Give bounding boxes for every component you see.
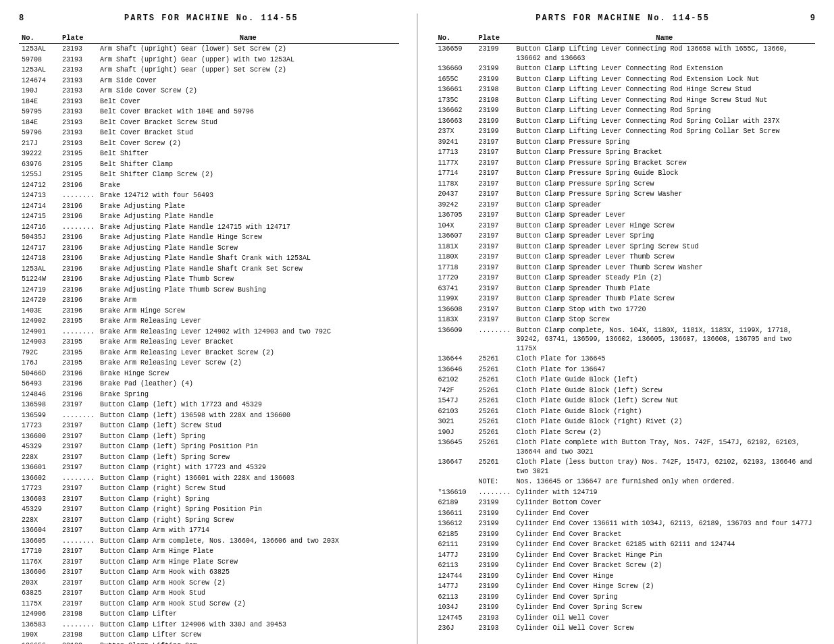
table-row: 124713........Brake 124712 with four 564… [19, 190, 399, 201]
table-row: 13670523197Button Clamp Spreader Lever [436, 210, 816, 221]
cell-name: Brake Arm [97, 295, 398, 306]
cell-name: Belt Shifter [97, 149, 398, 159]
cell-no: 20437 [436, 189, 476, 200]
table-row: 1178X23197Button Clamp Pressure Spring S… [436, 179, 816, 190]
cell-no: 136606 [19, 567, 59, 578]
cell-name: Button Clamp Lifting Lever Connecting Ro… [514, 95, 815, 106]
table-row: 124716........Brake Adjusting Plate Hand… [19, 222, 399, 233]
table-row: 12474523193Cylinder Oil Well Cover [436, 613, 816, 624]
table-row: 13660723197Button Clamp Spreader Lever S… [436, 231, 816, 242]
cell-plate: 23199 [476, 518, 514, 529]
cell-name: Button Clamp Pressure Spring [514, 137, 815, 148]
cell-name: Button Clamp Spreader Lever Thumb Screw … [514, 263, 815, 273]
cell-no: 124714 [19, 201, 59, 212]
table-row: 237X23199Button Clamp Lifting Lever Conn… [436, 126, 816, 137]
cell-name: Button Clamp (left) with 17723 and 45329 [97, 400, 398, 410]
table-row: 1175X23197Button Clamp Arm Hook Stud Scr… [19, 599, 399, 610]
cell-no: 792C [19, 348, 59, 358]
table-row: 12472023196Brake Arm [19, 295, 399, 306]
cell-name: Brake Adjusting Plate Handle 124715 with… [97, 222, 398, 233]
cell-name: Button Clamp (right) 136601 with 228X an… [97, 473, 398, 484]
table-row: 1477J23199Cylinder End Cover Hinge Screw… [436, 581, 816, 592]
cell-plate: 23196 [59, 201, 97, 212]
cell-name: Brake Arm Releasing Lever 124902 with 12… [97, 327, 398, 338]
cell-no: 237X [436, 126, 476, 137]
right-parts-table: No. Plate Name 13665923199Button Clamp L… [436, 32, 816, 634]
cell-plate: 23195 [59, 159, 97, 170]
cell-name: Cloth Plate Guide Block (right) [514, 406, 815, 417]
cell-plate: 23193 [59, 138, 97, 149]
cell-name: Brake [97, 180, 398, 191]
cell-plate: 25261 [476, 427, 514, 438]
cell-no: 124717 [19, 243, 59, 254]
cell-plate: 23193 [59, 65, 97, 76]
cell-name: Button Clamp Arm Hook Screw (2) [97, 578, 398, 589]
cell-no: 1253AL [19, 65, 59, 76]
table-row: 190J25261Cloth Plate Screw (2) [436, 427, 816, 438]
cell-no: 124720 [19, 295, 59, 306]
cell-no: 1175X [19, 599, 59, 610]
cell-name: Brake Arm Releasing Lever Bracket Screw … [97, 348, 398, 358]
table-row: 742F25261Cloth Plate Guide Block (left) … [436, 385, 816, 396]
cell-plate: 23199 [476, 560, 514, 571]
cell-no: 136644 [436, 354, 476, 365]
cell-no: 742F [436, 385, 476, 396]
cell-name: Arm Side Cover Screw (2) [97, 86, 398, 97]
cell-no: 17723 [19, 421, 59, 431]
cell-no: 1255J [19, 169, 59, 180]
table-row: 13666123198Button Clamp Lifting Lever Co… [436, 84, 816, 95]
table-row: 13666023199Button Clamp Lifting Lever Co… [436, 63, 816, 74]
table-row: 3924123197Button Clamp Pressure Spring [436, 137, 816, 148]
cell-plate: 23197 [59, 462, 97, 473]
cell-no: 124718 [19, 253, 59, 264]
table-row: 1253AL23196Brake Adjusting Plate Handle … [19, 264, 399, 275]
cell-plate: 23196 [59, 253, 97, 264]
cell-plate: 23193 [59, 44, 97, 55]
table-row: 13660323197Button Clamp (right) Spring [19, 494, 399, 505]
table-row: 1772323197Button Clamp (right) Screw Stu… [19, 483, 399, 494]
cell-plate: 23199 [476, 498, 514, 508]
table-row: 50435J23196Brake Adjusting Plate Handle … [19, 232, 399, 243]
cell-name: Arm Shaft (upright) Gear (upper) with tw… [97, 55, 398, 65]
cell-name: Button Clamp Pressure Spring Screw Washe… [514, 189, 815, 200]
table-row: 5649323196Brake Pad (leather) (4) [19, 379, 399, 390]
cell-name: Brake Adjusting Plate Handle Hinge Screw [97, 232, 398, 243]
cell-no: 176J [19, 358, 59, 369]
left-page-number: 8 [19, 14, 24, 23]
cell-plate: 23196 [59, 390, 97, 400]
cell-plate: 23193 [59, 97, 97, 107]
cell-plate: 23198 [476, 84, 514, 95]
table-row: 302125261Cloth Plate Guide Block (right)… [436, 417, 816, 427]
cell-name: Belt Cover Bracket Screw Stud [97, 117, 398, 128]
table-row: 1735C23198Button Clamp Lifting Lever Con… [436, 95, 816, 106]
cell-no: 136603 [19, 494, 59, 505]
table-row: 13661123199Cylinder End Cover [436, 508, 816, 519]
table-row: 13664725261Cloth Plate (less button tray… [436, 457, 816, 477]
cell-name: Button Clamp Lifting Lever Connecting Ro… [514, 116, 815, 127]
cell-plate: 25261 [476, 375, 514, 385]
cell-name: Arm Side Cover [97, 76, 398, 86]
table-row: 6211323199Cylinder End Cover Bracket Scr… [436, 560, 816, 571]
table-row: 12471823196Brake Adjusting Plate Handle … [19, 253, 399, 264]
cell-plate: 25261 [476, 406, 514, 417]
cell-name: Cylinder Oil Well Cover [514, 613, 815, 624]
cell-plate: 23196 [59, 379, 97, 390]
cell-no: 3021 [436, 417, 476, 427]
cell-name: Brake Adjusting Plate Handle [97, 211, 398, 222]
table-row: 1655C23199Button Clamp Lifting Lever Con… [436, 74, 816, 85]
cell-plate: 23197 [476, 168, 514, 179]
cell-name: Button Clamp Lifting Lever Connecting Ro… [514, 44, 815, 64]
cell-no: 104X [436, 221, 476, 232]
cell-name: Button Clamp Spreader Lever Spring Screw… [514, 242, 815, 252]
cell-no: 228X [19, 515, 59, 526]
cell-no: 1735C [436, 95, 476, 106]
table-row: 203X23197Button Clamp Arm Hook Screw (2) [19, 578, 399, 589]
cell-name: Button Clamp (left) Spring Screw [97, 452, 398, 463]
cell-no: 63741 [436, 284, 476, 294]
cell-no: 1177X [436, 158, 476, 169]
cell-no: 1403E [19, 306, 59, 317]
table-row: 13665623199Button Clamp Lifting Cam [19, 641, 399, 645]
table-row: 3924223197Button Clamp Spreader [436, 200, 816, 211]
cell-name: Button Clamp (right) with 17723 and 4532… [97, 462, 398, 473]
right-col-no: No. [436, 32, 476, 44]
